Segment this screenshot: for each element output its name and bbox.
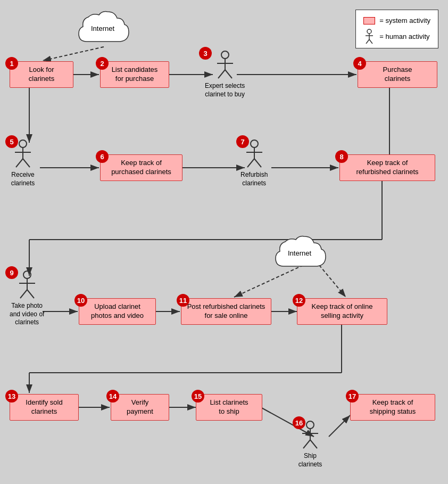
svg-text:Internet: Internet (91, 24, 114, 32)
legend-system-label: = system activity (379, 14, 430, 27)
svg-line-42 (16, 159, 23, 167)
svg-line-48 (254, 159, 261, 167)
badge-14: 14 (106, 390, 119, 403)
svg-line-57 (303, 440, 310, 448)
stick-figure-3 (212, 51, 238, 80)
svg-line-58 (310, 440, 317, 448)
activity-10: Upload clarinetphotos and video (79, 298, 156, 325)
badge-10: 10 (74, 294, 87, 307)
activity-17: Keep track ofshipping status (350, 394, 435, 421)
badge-1: 1 (5, 57, 18, 70)
human-7-label: Refurbishclarinets (240, 171, 268, 187)
badge-6: 6 (96, 150, 109, 163)
badge-9: 9 (5, 266, 18, 279)
legend-system-row: = system activity (363, 14, 430, 27)
badge-11: 11 (177, 294, 189, 307)
svg-line-25 (329, 415, 350, 437)
svg-point-27 (367, 29, 371, 34)
badge-3: 3 (199, 47, 212, 60)
badge-12: 12 (293, 294, 305, 307)
human-icon (363, 29, 375, 44)
badge-15: 15 (192, 390, 204, 403)
human-16-label: Shipclarinets (297, 452, 323, 469)
badge-13: 13 (5, 390, 18, 403)
human-9-label: Take photoand video ofclarinets (10, 302, 44, 327)
activity-8: Keep track ofrefurbished clarinets (339, 154, 435, 181)
svg-text:Internet: Internet (288, 249, 311, 257)
cloud-internet-1: Internet (73, 10, 132, 50)
cloud-internet-2: Internet (270, 234, 329, 275)
svg-line-43 (23, 159, 30, 167)
activity-13: Identify soldclarinets (10, 394, 79, 421)
badge-5: 5 (5, 135, 18, 148)
activity-15: List clarinetsto ship (196, 394, 262, 421)
activity-4: Purchaseclarinets (358, 61, 437, 88)
svg-line-53 (27, 290, 34, 298)
legend-human-row: = human activity (363, 29, 430, 44)
human-5-label: Receiveclarinets (10, 171, 36, 187)
badge-4: 4 (353, 57, 366, 70)
svg-point-39 (19, 140, 27, 147)
svg-point-44 (251, 140, 258, 147)
human-3-label: Expert selectsclarinet to buy (205, 82, 245, 99)
legend-human-label: = human activity (379, 30, 429, 43)
svg-line-52 (20, 290, 27, 298)
badge-17: 17 (346, 390, 359, 403)
svg-point-34 (221, 51, 229, 59)
badge-2: 2 (96, 57, 109, 70)
activity-6: Keep track ofpurchased clarinets (100, 154, 182, 181)
activity-12: Keep track of onlineselling activity (297, 298, 387, 325)
human-9: Take photoand video ofclarinets (10, 270, 44, 327)
activity-11: Post refurbished clarinetsfor sale onlin… (181, 298, 271, 325)
svg-point-54 (306, 421, 314, 429)
badge-16: 16 (293, 416, 305, 429)
human-3: Expert selectsclarinet to buy (205, 51, 245, 99)
svg-line-30 (366, 39, 369, 44)
legend-system-box (363, 17, 375, 24)
svg-point-49 (23, 271, 31, 278)
diagram-container: = system activity = human activity Inter… (0, 0, 448, 484)
activity-14: Verifypayment (111, 394, 169, 421)
badge-7: 7 (236, 135, 249, 148)
svg-line-38 (225, 70, 232, 78)
svg-line-37 (218, 70, 225, 78)
svg-line-31 (369, 39, 372, 44)
legend: = system activity = human activity (355, 10, 438, 48)
activity-1: Look forclarinets (10, 61, 73, 88)
badge-8: 8 (335, 150, 348, 163)
svg-line-47 (247, 159, 254, 167)
activity-2: List candidatesfor purchase (100, 61, 169, 88)
